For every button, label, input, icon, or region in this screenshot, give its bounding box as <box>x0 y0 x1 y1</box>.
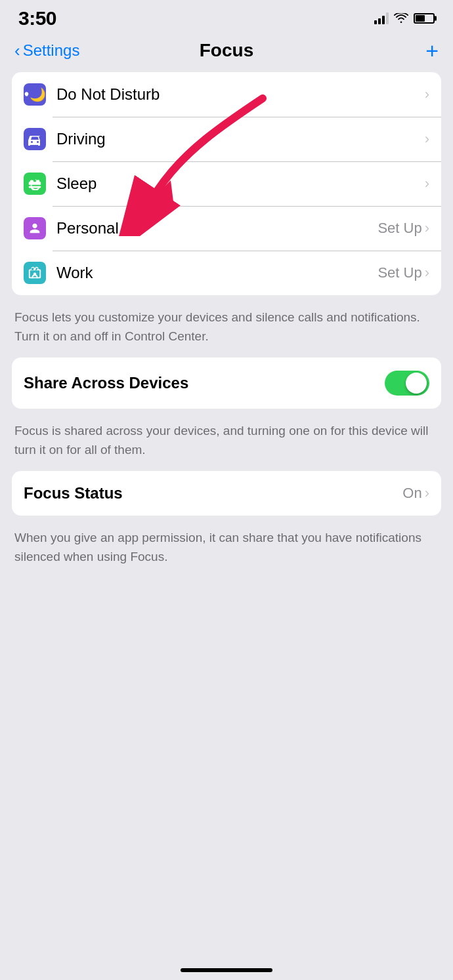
svg-rect-4 <box>30 180 34 184</box>
sleep-item[interactable]: Sleep › <box>12 161 441 206</box>
personal-icon <box>24 217 46 239</box>
add-button[interactable]: + <box>425 39 439 62</box>
status-icons <box>374 12 435 24</box>
do-not-disturb-chevron: › <box>425 86 429 103</box>
focus-status-card: Focus Status On › <box>12 471 441 516</box>
svg-rect-3 <box>29 186 41 188</box>
driving-item[interactable]: Driving › <box>12 117 441 161</box>
home-indicator <box>181 968 272 972</box>
share-across-devices-row: Share Across Devices <box>12 357 441 409</box>
sleep-chevron: › <box>425 175 429 192</box>
driving-label: Driving <box>56 130 425 148</box>
toggle-thumb <box>406 373 427 394</box>
do-not-disturb-icon: 🌙 <box>24 83 46 106</box>
navigation-header: ‹ Settings Focus + <box>0 34 453 72</box>
wifi-icon <box>394 13 408 24</box>
work-setup-text: Set Up <box>378 264 421 281</box>
work-icon <box>24 262 46 284</box>
share-across-devices-toggle[interactable] <box>385 371 429 396</box>
main-content: 🌙 Do Not Disturb › Driving › <box>0 72 453 578</box>
personal-label: Personal <box>56 219 378 237</box>
back-label: Settings <box>23 41 80 60</box>
back-button[interactable]: ‹ Settings <box>14 41 79 60</box>
status-time: 3:50 <box>18 7 56 30</box>
sleep-right: › <box>425 175 429 192</box>
work-label: Work <box>56 264 378 282</box>
focus-status-description: When you give an app permission, it can … <box>12 523 441 578</box>
page-title: Focus <box>200 40 253 61</box>
focus-status-value: On <box>402 485 421 502</box>
sleep-icon <box>24 173 46 195</box>
share-across-devices-card: Share Across Devices <box>12 357 441 409</box>
focus-status-chevron: › <box>425 485 429 502</box>
personal-chevron: › <box>425 220 429 237</box>
work-chevron: › <box>425 264 429 281</box>
driving-chevron: › <box>425 131 429 148</box>
personal-setup-text: Set Up <box>378 220 421 237</box>
back-chevron-icon: ‹ <box>14 42 20 59</box>
battery-icon <box>414 13 435 24</box>
focus-status-label: Focus Status <box>24 484 123 502</box>
share-across-devices-label: Share Across Devices <box>24 374 188 392</box>
sleep-label: Sleep <box>56 174 425 193</box>
driving-icon <box>24 128 46 150</box>
work-right: Set Up › <box>378 264 429 281</box>
focus-status-row[interactable]: Focus Status On › <box>12 471 441 516</box>
share-across-devices-description: Focus is shared across your devices, and… <box>12 417 441 471</box>
svg-rect-5 <box>36 180 40 184</box>
do-not-disturb-label: Do Not Disturb <box>56 85 425 104</box>
signal-icon <box>374 12 389 24</box>
work-item[interactable]: Work Set Up › <box>12 251 441 295</box>
personal-right: Set Up › <box>378 220 429 237</box>
personal-item[interactable]: Personal Set Up › <box>12 206 441 251</box>
do-not-disturb-item[interactable]: 🌙 Do Not Disturb › <box>12 72 441 117</box>
focus-description: Focus lets you customize your devices an… <box>12 303 441 357</box>
focus-status-right: On › <box>402 485 429 502</box>
do-not-disturb-right: › <box>425 86 429 103</box>
status-bar: 3:50 <box>0 0 453 34</box>
focus-list-card: 🌙 Do Not Disturb › Driving › <box>12 72 441 295</box>
driving-right: › <box>425 131 429 148</box>
